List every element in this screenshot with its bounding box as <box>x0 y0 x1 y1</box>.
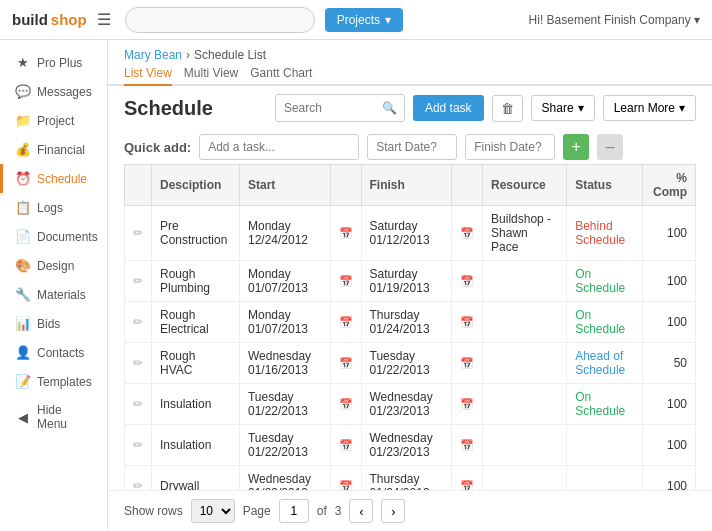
calendar-icon[interactable]: 📅 <box>460 398 474 410</box>
delete-button[interactable]: 🗑 <box>492 95 523 122</box>
quick-add-finish-input[interactable] <box>465 134 555 160</box>
row-edit-5[interactable]: ✏ <box>125 425 152 466</box>
edit-icon[interactable]: ✏ <box>133 438 143 452</box>
row-resource-5 <box>483 425 567 466</box>
menu-icon[interactable]: ☰ <box>97 10 111 29</box>
calendar-icon[interactable]: 📅 <box>339 316 353 328</box>
row-finish-cal-0[interactable]: 📅 <box>452 206 483 261</box>
row-edit-4[interactable]: ✏ <box>125 384 152 425</box>
calendar-icon[interactable]: 📅 <box>339 398 353 410</box>
row-start-cal-3[interactable]: 📅 <box>330 343 361 384</box>
row-finish-cal-6[interactable]: 📅 <box>452 466 483 491</box>
row-description-4: Insulation <box>152 384 240 425</box>
row-comp-5: 100 <box>642 425 695 466</box>
breadcrumb-parent[interactable]: Mary Bean <box>124 48 182 62</box>
calendar-icon[interactable]: 📅 <box>460 480 474 490</box>
edit-icon[interactable]: ✏ <box>133 397 143 411</box>
sidebar-item-logs[interactable]: 📋Logs <box>0 193 107 222</box>
calendar-icon[interactable]: 📅 <box>460 275 474 287</box>
row-start-cal-5[interactable]: 📅 <box>330 425 361 466</box>
calendar-icon[interactable]: 📅 <box>339 439 353 451</box>
company-name[interactable]: Hi! Basement Finish Company ▾ <box>529 13 700 27</box>
sidebar-item-documents[interactable]: 📄Documents <box>0 222 107 251</box>
row-start-cal-6[interactable]: 📅 <box>330 466 361 491</box>
sidebar-item-project[interactable]: 📁Project <box>0 106 107 135</box>
calendar-icon[interactable]: 📅 <box>460 357 474 369</box>
main-content: Mary Bean › Schedule List List ViewMulti… <box>108 40 712 531</box>
row-start-3: Wednesday 01/16/2013 <box>239 343 330 384</box>
row-start-cal-0[interactable]: 📅 <box>330 206 361 261</box>
row-finish-cal-5[interactable]: 📅 <box>452 425 483 466</box>
schedule-table-wrap: DesciptionStartFinishResourceStatus% Com… <box>108 164 712 490</box>
sidebar-item-schedule[interactable]: ⏰Schedule <box>0 164 107 193</box>
documents-icon: 📄 <box>15 229 31 244</box>
sidebar-item-pro-plus[interactable]: ★Pro Plus <box>0 48 107 77</box>
row-finish-cal-4[interactable]: 📅 <box>452 384 483 425</box>
projects-button[interactable]: Projects ▾ <box>325 8 403 32</box>
row-edit-3[interactable]: ✏ <box>125 343 152 384</box>
row-start-cal-1[interactable]: 📅 <box>330 261 361 302</box>
page-number-input[interactable] <box>279 499 309 523</box>
quick-add-start-input[interactable] <box>367 134 457 160</box>
row-status-5 <box>567 425 642 466</box>
row-start-cal-2[interactable]: 📅 <box>330 302 361 343</box>
sidebar-item-contacts[interactable]: 👤Contacts <box>0 338 107 367</box>
sidebar-item-financial[interactable]: 💰Financial <box>0 135 107 164</box>
subnav-gantt-chart[interactable]: Gantt Chart <box>250 66 312 86</box>
calendar-icon[interactable]: 📅 <box>339 357 353 369</box>
sidebar-item-design[interactable]: 🎨Design <box>0 251 107 280</box>
search-icon: 🔍 <box>382 101 397 115</box>
subnav-list-view[interactable]: List View <box>124 66 172 86</box>
prev-page-button[interactable]: ‹ <box>349 499 373 523</box>
quick-add-remove-button[interactable]: – <box>597 134 623 160</box>
edit-icon[interactable]: ✏ <box>133 274 143 288</box>
row-finish-cal-3[interactable]: 📅 <box>452 343 483 384</box>
messages-icon: 💬 <box>15 84 31 99</box>
calendar-icon[interactable]: 📅 <box>339 480 353 490</box>
row-description-6: Drywall <box>152 466 240 491</box>
hide-menu-icon: ◀ <box>15 410 31 425</box>
edit-icon[interactable]: ✏ <box>133 226 143 240</box>
add-task-button[interactable]: Add task <box>413 95 484 121</box>
sidebar-item-hide-menu[interactable]: ◀Hide Menu <box>0 396 107 438</box>
row-resource-1 <box>483 261 567 302</box>
table-row: ✏InsulationTuesday 01/22/2013📅Wednesday … <box>125 384 696 425</box>
sidebar-label-project: Project <box>37 114 74 128</box>
sidebar-item-templates[interactable]: 📝Templates <box>0 367 107 396</box>
sidebar-item-bids[interactable]: 📊Bids <box>0 309 107 338</box>
row-start-cal-4[interactable]: 📅 <box>330 384 361 425</box>
row-edit-0[interactable]: ✏ <box>125 206 152 261</box>
next-page-button[interactable]: › <box>381 499 405 523</box>
share-button[interactable]: Share ▾ <box>531 95 595 121</box>
edit-icon[interactable]: ✏ <box>133 315 143 329</box>
edit-icon[interactable]: ✏ <box>133 356 143 370</box>
global-search-input[interactable] <box>125 7 315 33</box>
edit-icon[interactable]: ✏ <box>133 479 143 490</box>
row-finish-cal-2[interactable]: 📅 <box>452 302 483 343</box>
learn-more-button[interactable]: Learn More ▾ <box>603 95 696 121</box>
row-edit-2[interactable]: ✏ <box>125 302 152 343</box>
row-comp-0: 100 <box>642 206 695 261</box>
row-finish-cal-1[interactable]: 📅 <box>452 261 483 302</box>
row-edit-1[interactable]: ✏ <box>125 261 152 302</box>
sidebar-item-materials[interactable]: 🔧Materials <box>0 280 107 309</box>
calendar-icon[interactable]: 📅 <box>460 439 474 451</box>
calendar-icon[interactable]: 📅 <box>339 275 353 287</box>
rows-per-page-select[interactable]: 102550 <box>191 499 235 523</box>
logo-build: build <box>12 11 48 28</box>
row-resource-3 <box>483 343 567 384</box>
calendar-icon[interactable]: 📅 <box>460 227 474 239</box>
calendar-icon[interactable]: 📅 <box>339 227 353 239</box>
sidebar-label-pro-plus: Pro Plus <box>37 56 82 70</box>
calendar-icon[interactable]: 📅 <box>460 316 474 328</box>
row-edit-6[interactable]: ✏ <box>125 466 152 491</box>
contacts-icon: 👤 <box>15 345 31 360</box>
subnav-multi-view[interactable]: Multi View <box>184 66 238 86</box>
sidebar-item-messages[interactable]: 💬Messages <box>0 77 107 106</box>
sidebar-label-logs: Logs <box>37 201 63 215</box>
quick-add-task-input[interactable] <box>199 134 359 160</box>
quick-add-label: Quick add: <box>124 140 191 155</box>
quick-add-submit-button[interactable]: + <box>563 134 589 160</box>
logs-icon: 📋 <box>15 200 31 215</box>
sidebar-label-design: Design <box>37 259 74 273</box>
